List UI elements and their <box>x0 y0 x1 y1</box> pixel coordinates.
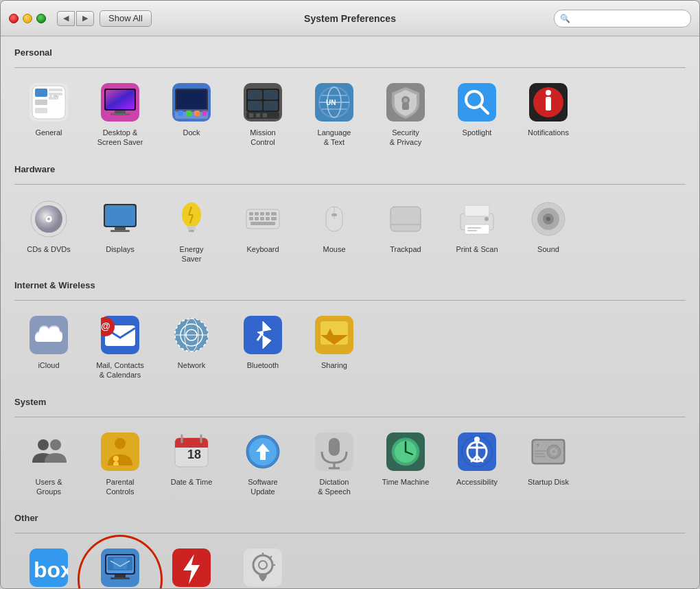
sharing-label: Sharing <box>321 360 347 370</box>
spotlight-label: Spotlight <box>463 128 492 137</box>
sound-icon <box>526 197 570 241</box>
svg-rect-31 <box>263 113 267 117</box>
pref-parental-controls[interactable]: ParentalControls <box>86 424 154 503</box>
dictation-icon <box>312 430 356 474</box>
pref-mission-control[interactable]: MissionControl <box>229 75 297 153</box>
svg-point-112 <box>113 456 119 461</box>
flash-icon <box>170 546 213 588</box>
pref-language-text[interactable]: UN Language& Text <box>300 75 369 153</box>
hardware-section-title: Hardware <box>14 164 686 177</box>
startup-disk-label: Startup Disk <box>528 477 569 487</box>
pref-sharing[interactable]: ▲ Sharing <box>300 308 369 386</box>
svg-rect-81 <box>390 207 421 231</box>
svg-point-109 <box>50 439 61 450</box>
svg-point-42 <box>404 98 408 102</box>
svg-text:box: box <box>34 557 68 582</box>
startup-disk-icon: ? <box>526 430 570 474</box>
pref-security-privacy[interactable]: Security& Privacy <box>371 75 440 153</box>
pref-displays[interactable]: Displays <box>86 192 154 270</box>
box-icon: box <box>27 546 71 588</box>
parental-icon <box>98 430 142 474</box>
pref-energy-saver[interactable]: EnergySaver <box>157 192 226 270</box>
pref-software-update[interactable]: SoftwareUpdate <box>229 424 297 503</box>
pref-dictation-speech[interactable]: Dictation& Speech <box>300 424 369 503</box>
internet-wireless-section: Internet & Wireless iCloud <box>14 280 686 386</box>
back-button[interactable]: ◀ <box>57 11 75 26</box>
dock-icon <box>170 80 213 124</box>
svg-rect-57 <box>105 205 135 226</box>
pref-mail-contacts-calendars[interactable]: @ Mail, Contacts& Calendars <box>86 308 154 386</box>
pref-network[interactable]: Network <box>157 308 226 386</box>
svg-rect-87 <box>467 230 477 231</box>
pref-keyboard[interactable]: Keyboard <box>229 192 297 270</box>
personal-section-title: Personal <box>14 47 686 60</box>
system-section-title: System <box>14 397 686 410</box>
svg-point-50 <box>546 90 551 95</box>
pref-time-machine[interactable]: Time Machine <box>371 424 440 503</box>
pref-print-scan[interactable]: Print & Scan <box>443 192 511 270</box>
pref-desktop-screen-saver[interactable]: Desktop &Screen Saver <box>86 75 154 153</box>
svg-rect-80 <box>331 213 337 216</box>
pref-cds-dvds[interactable]: CDs & DVDs <box>14 192 83 270</box>
keyboard-icon <box>241 197 285 241</box>
network-label: Network <box>178 360 205 370</box>
svg-text:@: @ <box>101 321 110 332</box>
titlebar: ◀ ▶ Show All System Preferences 🔍 <box>1 1 699 36</box>
pref-accessibility[interactable]: Accessibility <box>443 424 511 503</box>
pref-sound[interactable]: Sound <box>514 192 583 270</box>
svg-rect-71 <box>271 212 277 216</box>
pref-bluetooth[interactable]: Bluetooth <box>229 308 297 386</box>
notifications-label: Notifications <box>528 128 569 137</box>
pref-dock[interactable]: Dock <box>157 75 226 153</box>
svg-rect-19 <box>186 111 191 116</box>
language-text-label: Language& Text <box>318 128 351 148</box>
search-input[interactable] <box>573 13 685 23</box>
pref-flash-player[interactable]: Flash Player <box>157 540 226 588</box>
general-label: General <box>35 128 62 137</box>
svg-rect-11 <box>106 90 135 109</box>
pref-users-groups[interactable]: Users &Groups <box>14 424 83 503</box>
svg-point-92 <box>546 217 550 221</box>
pref-logitech-control-center[interactable]: LogitechControl Center <box>229 540 297 588</box>
svg-point-88 <box>485 217 489 221</box>
pref-trackpad[interactable]: Trackpad <box>371 192 440 270</box>
svg-rect-13 <box>110 113 130 115</box>
pref-spotlight[interactable]: Spotlight <box>443 75 511 153</box>
zoom-button[interactable] <box>36 14 46 23</box>
cds-dvds-label: CDs & DVDs <box>27 244 71 254</box>
svg-text:▲: ▲ <box>325 325 336 337</box>
svg-rect-24 <box>248 90 262 100</box>
pref-box-sync[interactable]: box Box Sync <box>14 540 83 588</box>
svg-rect-2 <box>35 89 47 97</box>
dock-label: Dock <box>183 128 200 137</box>
pref-general[interactable]: File General <box>14 75 83 153</box>
pref-chrome-remote-desktop[interactable]: Chrome RemoteDesktop Host <box>86 540 154 588</box>
keyboard-label: Keyboard <box>246 244 279 254</box>
hardware-section: Hardware <box>14 164 686 270</box>
mission-control-label: MissionControl <box>250 128 275 148</box>
pref-icloud[interactable]: iCloud <box>14 308 83 386</box>
pref-notifications[interactable]: Notifications <box>514 75 583 153</box>
show-all-button[interactable]: Show All <box>100 10 152 27</box>
forward-button[interactable]: ▶ <box>76 11 94 26</box>
svg-point-108 <box>38 439 49 450</box>
print-scan-label: Print & Scan <box>456 244 498 254</box>
desktop-screen-saver-label: Desktop &Screen Saver <box>97 128 143 148</box>
search-box[interactable]: 🔍 <box>554 10 691 27</box>
pref-date-time[interactable]: 18 Date & Time <box>157 424 226 503</box>
personal-section: Personal File <box>14 47 686 153</box>
svg-rect-75 <box>266 217 270 220</box>
minimize-button[interactable] <box>23 14 32 23</box>
close-button[interactable] <box>9 14 19 23</box>
mission-control-icon <box>241 80 285 124</box>
svg-point-111 <box>115 438 126 449</box>
svg-point-142 <box>552 450 555 453</box>
pref-startup-disk[interactable]: ? Startup Disk <box>514 424 583 503</box>
svg-rect-144 <box>535 450 547 452</box>
notifications-icon <box>526 80 570 124</box>
pref-mouse[interactable]: Mouse <box>300 192 369 270</box>
accessibility-label: Accessibility <box>456 477 498 487</box>
print-icon <box>455 197 499 241</box>
language-icon: UN <box>312 80 356 124</box>
svg-rect-51 <box>546 97 551 111</box>
